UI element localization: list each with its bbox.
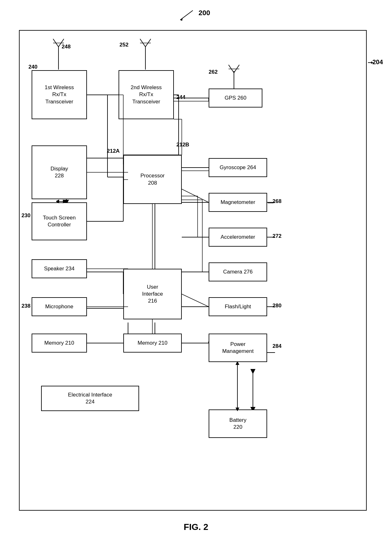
microphone-box: Microphone (32, 297, 87, 316)
ref-204: 204 (372, 58, 383, 66)
diagram-title-ref: 200 (177, 9, 210, 22)
processor-box: Processor208 (123, 155, 182, 204)
display-label: Display228 (51, 165, 68, 179)
gps-box: GPS 260 (209, 89, 262, 108)
ref-262: 262 (209, 69, 217, 75)
memory-center-label: Memory 210 (138, 340, 167, 347)
electrical-interface-label: Electrical Interface224 (68, 391, 112, 405)
display-box: Display228 (32, 145, 87, 199)
accelerometer-label: Accelerometer (221, 234, 255, 241)
camera-box: Camera 276 (209, 262, 267, 281)
microphone-label: Microphone (45, 303, 73, 310)
magnetometer-label: Magnetometer (221, 199, 255, 206)
ref-272: 272 (273, 233, 281, 239)
user-interface-box: UserInterface216 (123, 269, 182, 319)
ref-240: 240 (28, 64, 37, 70)
memory-left-label: Memory 210 (44, 340, 74, 347)
antenna-252 (137, 37, 154, 56)
magnetometer-box: Magnetometer (209, 193, 267, 212)
wireless1-label: 1st WirelessRx/TxTransceiver (45, 84, 74, 105)
gyroscope-box: Gyroscope 264 (209, 158, 267, 177)
user-interface-label: UserInterface216 (142, 284, 163, 304)
display-touch-arrow (56, 199, 66, 204)
page: 200 204 (0, 0, 392, 541)
power-management-box: PowerManagement (209, 334, 267, 362)
ref-280: 280 (273, 303, 281, 309)
memory-center-box: Memory 210 (123, 334, 182, 353)
electrical-interface-box: Electrical Interface224 (41, 386, 139, 411)
gps-label: GPS 260 (225, 95, 247, 101)
flash-light-label: Flash/Light (225, 303, 251, 310)
memory-left-box: Memory 210 (32, 334, 87, 353)
ref-248: 248 (62, 44, 70, 50)
speaker-box: Speaker 234 (32, 259, 87, 278)
antenna-262 (225, 63, 243, 82)
ref-252-label: 252 (119, 42, 128, 48)
fig-label: FIG. 2 (184, 522, 208, 532)
ref-238: 238 (21, 303, 30, 309)
ref-284: 284 (273, 343, 281, 349)
touch-screen-label: Touch ScreenController (43, 214, 76, 228)
processor-label: Processor208 (140, 172, 165, 186)
wireless1-box: 1st WirelessRx/TxTransceiver (32, 70, 87, 119)
ref-268-line (268, 201, 274, 206)
speaker-label: Speaker 234 (44, 265, 74, 272)
power-management-label: PowerManagement (222, 341, 254, 355)
battery-box: Battery220 (209, 409, 267, 438)
battery-label: Battery220 (230, 417, 247, 431)
gyroscope-label: Gyroscope 264 (220, 164, 256, 171)
pm-battery-arrow (233, 362, 242, 411)
accelerometer-box: Accelerometer (209, 228, 267, 247)
ref-212b: 212B (176, 142, 189, 148)
wireless2-label: 2nd WirelessRx/TxTransceiver (131, 84, 162, 105)
flash-light-box: Flash/Light (209, 297, 267, 316)
ref-244: 244 (176, 94, 185, 101)
camera-label: Camera 276 (223, 268, 253, 275)
ref-212a: 212A (107, 148, 120, 154)
ref-230: 230 (21, 212, 30, 219)
ref-200: 200 (199, 9, 210, 17)
svg-marker-3 (371, 61, 373, 64)
touch-screen-box: Touch ScreenController (32, 202, 87, 240)
wireless2-box: 2nd WirelessRx/TxTransceiver (119, 70, 174, 119)
